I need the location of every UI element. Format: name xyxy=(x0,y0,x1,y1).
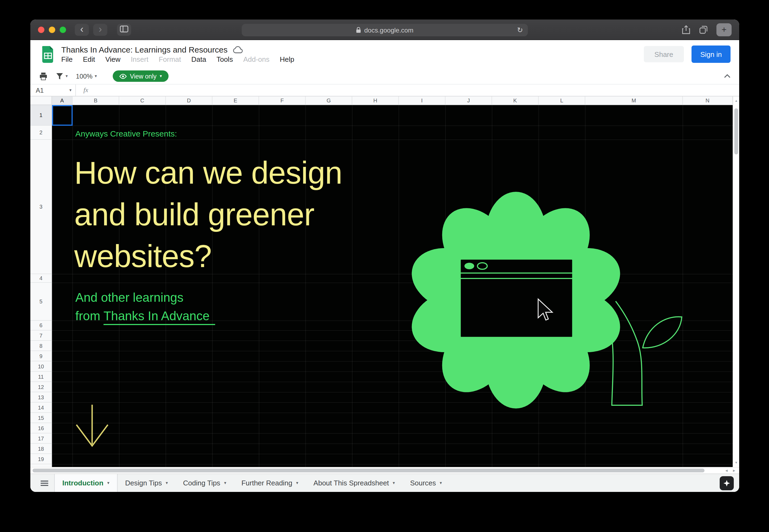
heading-line: How can we design xyxy=(74,152,342,193)
horizontal-scrollbar[interactable]: ◄ ► xyxy=(30,467,739,473)
row-header-20[interactable]: 20 xyxy=(30,464,51,467)
row-header-9[interactable]: 9 xyxy=(30,351,51,361)
explore-button[interactable] xyxy=(720,476,734,490)
column-header-J[interactable]: J xyxy=(446,96,492,105)
formula-input[interactable] xyxy=(88,85,739,96)
back-button[interactable]: ‹ xyxy=(75,24,89,35)
sheet-tab-introduction[interactable]: Introduction▾ xyxy=(54,474,118,492)
heading-line: websites? xyxy=(74,235,342,277)
row-header-19[interactable]: 19 xyxy=(30,454,51,464)
row-header-2[interactable]: 2 xyxy=(30,126,51,140)
column-header-L[interactable]: L xyxy=(539,96,585,105)
formula-bar: A1 ▾ fx xyxy=(30,85,739,96)
fx-icon: fx xyxy=(83,86,88,94)
row-header-16[interactable]: 16 xyxy=(30,423,51,433)
column-header-K[interactable]: K xyxy=(492,96,539,105)
column-header-G[interactable]: G xyxy=(306,96,352,105)
print-button[interactable] xyxy=(39,72,48,80)
column-header-E[interactable]: E xyxy=(212,96,259,105)
row-header-15[interactable]: 15 xyxy=(30,413,51,423)
minimize-button[interactable] xyxy=(49,26,55,33)
row-header-3[interactable]: 3 xyxy=(30,140,51,274)
row-header-18[interactable]: 18 xyxy=(30,444,51,454)
row-header-6[interactable]: 6 xyxy=(30,321,51,330)
zoom-value: 100% xyxy=(76,72,92,80)
row-header-11[interactable]: 11 xyxy=(30,372,51,382)
column-header-H[interactable]: H xyxy=(352,96,399,105)
stem-leaf-graphic xyxy=(609,301,682,405)
row-header-14[interactable]: 14 xyxy=(30,403,51,413)
scroll-right-icon[interactable]: ► xyxy=(732,469,736,472)
menu-insert: Insert xyxy=(131,55,148,63)
column-header-F[interactable]: F xyxy=(259,96,306,105)
collapse-toolbar-icon[interactable] xyxy=(724,74,731,78)
column-header-C[interactable]: C xyxy=(119,96,166,105)
toolbar: ▾ 100% ▾ View only ▾ xyxy=(30,68,739,85)
sheet-canvas[interactable]: Anyways Creative Presents: How can we de… xyxy=(52,105,733,467)
column-header-D[interactable]: D xyxy=(166,96,212,105)
column-header-A[interactable]: A xyxy=(52,96,73,105)
sheet-tab-label: Further Reading xyxy=(241,479,292,487)
column-header-I[interactable]: I xyxy=(399,96,446,105)
menu-data[interactable]: Data xyxy=(191,55,206,63)
lock-icon xyxy=(356,27,361,33)
refresh-button[interactable]: ↻ xyxy=(517,26,523,34)
zoom-button[interactable] xyxy=(60,26,66,33)
sheet-tab-label: Sources xyxy=(410,479,436,487)
subtext: And other learnings from Thanks In Advan… xyxy=(75,288,215,325)
address-bar[interactable]: docs.google.com ↻ xyxy=(242,24,528,36)
close-button[interactable] xyxy=(38,26,44,33)
forward-button[interactable]: › xyxy=(93,24,107,35)
select-all-corner[interactable] xyxy=(30,96,52,105)
row-header-4[interactable]: 4 xyxy=(30,274,51,283)
view-only-mode-button[interactable]: View only ▾ xyxy=(112,70,168,82)
horizontal-scroll-thumb[interactable] xyxy=(33,469,705,472)
chevron-down-icon: ▾ xyxy=(224,481,226,485)
filter-views-button[interactable]: ▾ xyxy=(56,72,68,80)
menu-help[interactable]: Help xyxy=(280,55,294,63)
menu-view[interactable]: View xyxy=(105,55,121,63)
sheet-tab-coding-tips[interactable]: Coding Tips▾ xyxy=(176,474,234,492)
column-header-N[interactable]: N xyxy=(683,96,733,105)
sign-in-button[interactable]: Sign in xyxy=(692,46,731,63)
row-header-8[interactable]: 8 xyxy=(30,341,51,351)
row-header-17[interactable]: 17 xyxy=(30,433,51,444)
thanks-in-advance-link[interactable]: Thanks In Advance xyxy=(103,309,215,325)
filter-icon xyxy=(56,72,63,80)
vertical-scrollbar[interactable]: ▴ ▾ xyxy=(733,96,739,467)
row-header-10[interactable]: 10 xyxy=(30,361,51,372)
chevron-down-icon: ▾ xyxy=(166,481,168,485)
all-sheets-button[interactable] xyxy=(35,474,54,492)
chevron-down-icon: ▾ xyxy=(160,74,162,79)
vertical-scroll-thumb[interactable] xyxy=(734,108,738,154)
row-header-7[interactable]: 7 xyxy=(30,330,51,341)
column-header-M[interactable]: M xyxy=(585,96,683,105)
subtext-line: from Thanks In Advance xyxy=(75,307,215,325)
menu-file[interactable]: File xyxy=(61,55,73,63)
sheet-tab-label: Coding Tips xyxy=(183,479,220,487)
share-button[interactable]: Share xyxy=(644,46,684,62)
menu-edit[interactable]: Edit xyxy=(83,55,95,63)
row-header-12[interactable]: 12 xyxy=(30,382,51,392)
sheet-tab-about-this-spreadsheet[interactable]: About This Spreadsheet▾ xyxy=(306,474,403,492)
sidebar-toggle-button[interactable] xyxy=(117,24,131,35)
row-header-5[interactable]: 5 xyxy=(30,283,51,321)
selected-cell-a1[interactable] xyxy=(52,105,73,126)
scroll-up-icon[interactable]: ▴ xyxy=(733,99,739,103)
forward-icon: › xyxy=(99,24,102,34)
sheet-tab-sources[interactable]: Sources▾ xyxy=(403,474,449,492)
name-box[interactable]: A1 ▾ xyxy=(30,85,76,96)
document-title[interactable]: Thanks In Advance: Learnings and Resourc… xyxy=(61,45,228,54)
row-header-1[interactable]: 1 xyxy=(30,105,51,126)
scroll-left-icon[interactable]: ◄ xyxy=(725,469,728,472)
column-header-B[interactable]: B xyxy=(73,96,119,105)
sheet-tab-design-tips[interactable]: Design Tips▾ xyxy=(118,474,176,492)
zoom-select[interactable]: 100% ▾ xyxy=(76,72,97,80)
new-tab-button[interactable]: + xyxy=(716,23,732,36)
share-icon[interactable] xyxy=(682,25,690,34)
sheet-tab-further-reading[interactable]: Further Reading▾ xyxy=(234,474,306,492)
row-header-13[interactable]: 13 xyxy=(30,392,51,403)
tab-overview-icon[interactable] xyxy=(699,25,708,34)
menu-tools[interactable]: Tools xyxy=(216,55,233,63)
scroll-down-icon[interactable]: ▾ xyxy=(733,460,739,465)
